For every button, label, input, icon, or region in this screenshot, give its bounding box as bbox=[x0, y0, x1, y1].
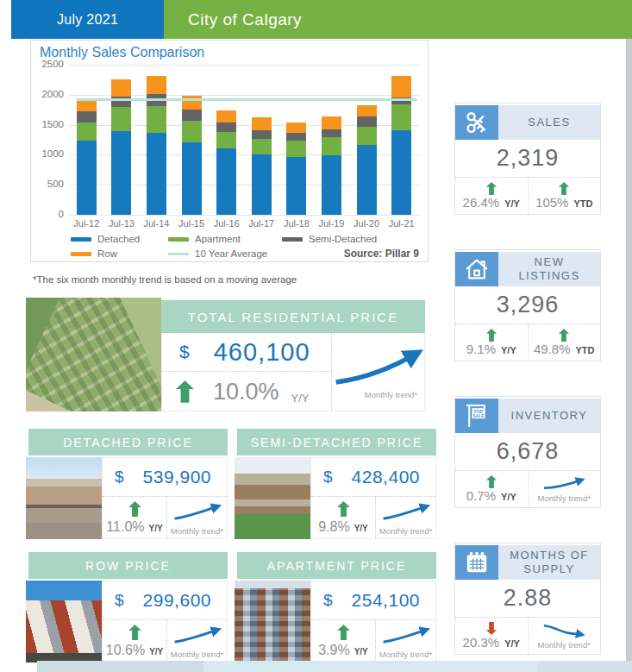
row-houses-photo bbox=[26, 581, 102, 663]
trend-up-icon bbox=[171, 502, 224, 523]
currency-symbol: $ bbox=[179, 342, 190, 362]
apartment-tower-photo bbox=[235, 581, 310, 663]
up-arrow-icon bbox=[176, 380, 194, 403]
yoy-cell: 20.3%Y/Y bbox=[455, 617, 528, 654]
semi-detached-price-card: SEMI-DETACHED PRICE $ 428,400 9.8%Y/Y Mo… bbox=[237, 423, 436, 539]
metric-value: 105% bbox=[535, 195, 568, 210]
segment-row bbox=[286, 122, 306, 133]
trend-up-icon bbox=[330, 345, 427, 388]
segment-apartment bbox=[182, 121, 202, 142]
y-axis-tick: 2500 bbox=[34, 59, 64, 69]
yoy-label: Y/Y bbox=[354, 524, 368, 533]
detached-house-photo bbox=[26, 457, 102, 539]
total-residential-price-card: TOTAL RESIDENTIAL PRICE $ 460,100 10.0% … bbox=[26, 298, 425, 411]
legend-item-10yr-average: 10 Year Average bbox=[168, 248, 282, 259]
card-body: $ 299,600 10.6%Y/Y Monthly trend* bbox=[102, 581, 228, 663]
inventory-stat-card: FOR SALE INVENTORY 6,678 0.7%Y/Y Monthly… bbox=[454, 396, 601, 508]
stat-label: INVENTORY bbox=[498, 399, 600, 433]
up-arrow-icon bbox=[337, 625, 350, 640]
change-value: 10.6% bbox=[106, 643, 145, 658]
metric-value: 26.4% bbox=[463, 195, 500, 210]
segment-apartment bbox=[391, 104, 411, 130]
chart-x-labels: Jul-12Jul-13Jul-14Jul-15Jul-16Jul-17Jul-… bbox=[69, 218, 419, 229]
currency-symbol: $ bbox=[323, 468, 333, 487]
segment-detached bbox=[357, 145, 377, 215]
stat-icon-box bbox=[455, 105, 498, 140]
monthly-sales-chart-card: Monthly Sales Comparison 050010001500200… bbox=[30, 40, 429, 262]
stat-label: NEW LISTINGS bbox=[498, 252, 600, 286]
metric-value: 20.3% bbox=[463, 635, 500, 650]
stat-icon-box bbox=[455, 545, 498, 580]
total-change-value: 10.0% bbox=[213, 379, 279, 405]
card-title: APARTMENT PRICE bbox=[237, 552, 436, 579]
bar-Jul-14 bbox=[139, 65, 174, 215]
legend-item-semi-detached: Semi-Detached bbox=[282, 234, 419, 244]
legend-item-row: Row bbox=[71, 248, 168, 259]
page-title: City of Calgary bbox=[164, 0, 632, 39]
segment-semi-detached bbox=[357, 116, 377, 128]
segment-row bbox=[322, 116, 341, 129]
segment-row bbox=[357, 105, 377, 116]
legend-item-detached: Detached bbox=[71, 234, 168, 244]
segment-detached bbox=[252, 154, 272, 215]
x-axis-tick: Jul-15 bbox=[174, 218, 210, 229]
up-arrow-icon bbox=[485, 475, 498, 488]
segment-semi-detached bbox=[216, 122, 236, 132]
stat-icon-box: FOR SALE bbox=[455, 399, 498, 433]
semi-detached-swatch-icon bbox=[282, 237, 303, 242]
x-axis-tick: Jul-18 bbox=[279, 218, 315, 229]
currency-symbol: $ bbox=[323, 591, 333, 610]
ytd-cell: 105%YTD bbox=[528, 177, 601, 214]
price-row: $ 428,400 bbox=[311, 458, 435, 496]
segment-detached bbox=[147, 133, 166, 215]
metric-suffix: Y/Y bbox=[504, 198, 520, 209]
average-line-swatch-icon bbox=[168, 253, 189, 255]
segment-detached bbox=[322, 155, 341, 215]
x-axis-tick: Jul-16 bbox=[209, 218, 244, 229]
bar-Jul-12 bbox=[69, 65, 104, 215]
stat-label: MONTHS OF SUPPLY bbox=[498, 545, 600, 580]
trend-up-icon bbox=[379, 625, 433, 646]
segment-semi-detached bbox=[286, 133, 306, 141]
report-page: July 2021 City of Calgary Monthly Sales … bbox=[0, 0, 632, 672]
price-row: $ 254,100 bbox=[311, 581, 435, 619]
segment-apartment bbox=[322, 137, 341, 155]
metric-suffix: Y/Y bbox=[504, 638, 520, 649]
bar-Jul-21 bbox=[384, 65, 419, 215]
yoy-cell: 0.7%Y/Y bbox=[455, 470, 528, 507]
card-body: $ 539,900 11.0%Y/Y Monthly trend* bbox=[102, 457, 228, 539]
period-label: July 2021 bbox=[57, 12, 118, 28]
trend-footnote: *The six month monthly trend is based on… bbox=[33, 274, 297, 285]
segment-semi-detached bbox=[182, 110, 202, 121]
segment-detached bbox=[111, 131, 131, 215]
total-change-row: 10.0% Y/Y bbox=[162, 373, 331, 411]
segment-row bbox=[147, 76, 166, 95]
segment-apartment bbox=[216, 132, 236, 148]
stat-value: 3,296 bbox=[455, 286, 600, 323]
price-value: 254,100 bbox=[352, 590, 420, 611]
trend-label: Monthly trend* bbox=[171, 526, 223, 536]
card-title: SEMI-DETACHED PRICE bbox=[237, 429, 436, 455]
up-arrow-icon bbox=[485, 182, 498, 195]
bar-Jul-18 bbox=[279, 65, 315, 215]
yoy-label: Y/Y bbox=[149, 647, 163, 656]
currency-symbol: $ bbox=[115, 591, 124, 610]
x-axis-tick: Jul-12 bbox=[69, 218, 104, 229]
apartment-swatch-icon bbox=[168, 237, 189, 242]
segment-row bbox=[77, 100, 97, 111]
yoy-cell: 9.1%Y/Y bbox=[455, 323, 528, 361]
segment-row bbox=[216, 110, 236, 122]
trend-cell: Monthly trend* bbox=[528, 470, 601, 507]
segment-apartment bbox=[77, 122, 97, 141]
trend-label: Monthly trend* bbox=[171, 650, 223, 659]
card-body: $ 254,100 3.9%Y/Y Monthly trend* bbox=[310, 581, 436, 663]
trend-cell: Monthly trend* bbox=[528, 617, 601, 654]
trend-cell: Monthly trend* bbox=[166, 496, 227, 538]
trend-label: Monthly trend* bbox=[379, 526, 432, 536]
yoy-cell: 3.9%Y/Y bbox=[311, 619, 375, 662]
metric-suffix: Y/Y bbox=[501, 492, 516, 502]
trend-up-icon bbox=[171, 625, 224, 646]
stat-value: 2.88 bbox=[455, 580, 600, 617]
total-card-title: TOTAL RESIDENTIAL PRICE bbox=[161, 300, 425, 333]
detached-swatch-icon bbox=[71, 237, 91, 242]
